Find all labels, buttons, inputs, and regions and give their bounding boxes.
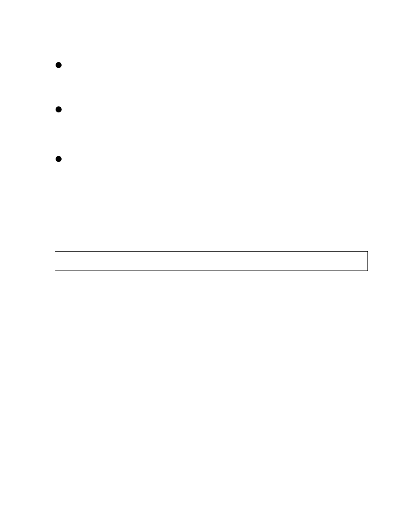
bullet-icon	[56, 62, 62, 68]
input-field-box[interactable]	[55, 251, 368, 271]
bullet-icon	[56, 156, 62, 162]
bullet-icon	[56, 106, 62, 112]
